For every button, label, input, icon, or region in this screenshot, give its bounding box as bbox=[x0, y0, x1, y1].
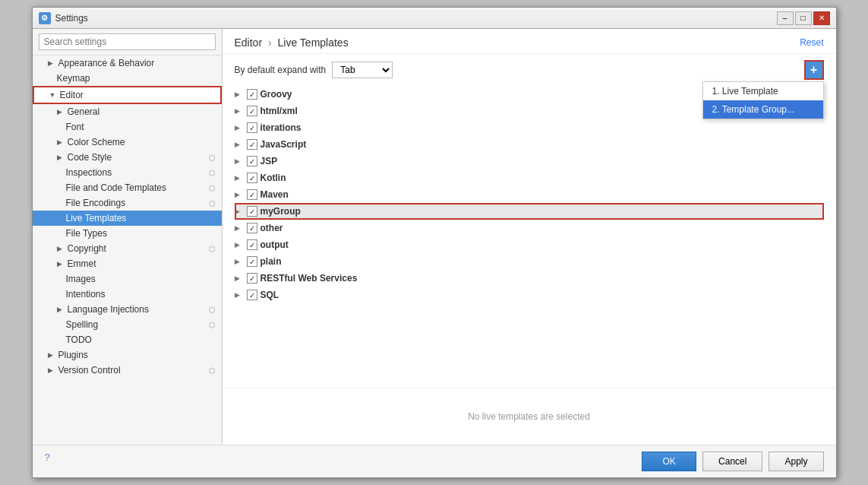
expand-select[interactable]: Tab Enter Space bbox=[332, 62, 393, 78]
template-row[interactable]: ▶ plain bbox=[235, 253, 824, 270]
sidebar-item-file-and-code[interactable]: File and Code Templates ⬡ bbox=[33, 180, 222, 195]
sidebar-item-code-style[interactable]: ▶ Code Style ⬡ bbox=[33, 150, 222, 165]
help-icon[interactable]: ? bbox=[45, 452, 50, 471]
expand-arrow: ▶ bbox=[57, 108, 65, 116]
template-checkbox[interactable] bbox=[247, 106, 257, 116]
template-checkbox[interactable] bbox=[247, 239, 257, 250]
expand-arrow: ▶ bbox=[57, 306, 65, 313]
expand-label: By default expand with bbox=[235, 65, 327, 75]
sidebar-item-keymap[interactable]: Keymap bbox=[33, 71, 222, 86]
template-row[interactable]: ▶ other bbox=[235, 220, 824, 236]
expand-arrow: ▶ bbox=[235, 124, 244, 132]
sidebar-item-label: Keymap bbox=[57, 73, 90, 84]
template-checkbox[interactable] bbox=[247, 189, 257, 200]
expand-arrow: ▶ bbox=[57, 154, 65, 161]
template-checkbox[interactable] bbox=[247, 223, 257, 233]
external-icon: ⬡ bbox=[209, 321, 216, 329]
sidebar-item-todo[interactable]: TODO bbox=[33, 332, 222, 347]
template-checkbox[interactable] bbox=[247, 156, 257, 166]
window-title: Settings bbox=[55, 13, 88, 24]
dropdown-item-template-group[interactable]: 2. Template Group... bbox=[703, 100, 823, 119]
sidebar-item-label: Intentions bbox=[66, 289, 106, 300]
reset-button[interactable]: Reset bbox=[800, 37, 823, 48]
dropdown-label: 2. Template Group... bbox=[712, 104, 795, 115]
template-row[interactable]: ▶ SQL bbox=[235, 287, 824, 303]
content-area: ▶ Appearance & Behavior Keymap ▼ Editor … bbox=[33, 29, 836, 445]
sidebar-item-file-types[interactable]: File Types bbox=[33, 226, 222, 241]
template-row[interactable]: ▶ JSP bbox=[235, 153, 824, 170]
close-button[interactable]: ✕ bbox=[813, 11, 830, 25]
sidebar-item-label: File Types bbox=[66, 228, 107, 239]
template-row[interactable]: ▶ JavaScript bbox=[235, 136, 824, 153]
template-row-mygroup[interactable]: ▶ myGroup bbox=[235, 203, 824, 220]
template-name: iterations bbox=[260, 122, 301, 133]
sidebar-item-images[interactable]: Images bbox=[33, 271, 222, 287]
template-row[interactable]: ▶ output bbox=[235, 236, 824, 253]
sidebar-item-plugins[interactable]: ▶ Plugins bbox=[33, 347, 222, 363]
maximize-button[interactable]: □ bbox=[795, 11, 812, 25]
external-icon: ⬡ bbox=[209, 245, 216, 253]
template-checkbox[interactable] bbox=[247, 122, 257, 133]
template-checkbox[interactable] bbox=[247, 89, 257, 100]
template-checkbox[interactable] bbox=[247, 273, 257, 284]
sidebar-item-color-scheme[interactable]: ▶ Color Scheme bbox=[33, 135, 222, 150]
sidebar-item-intentions[interactable]: Intentions bbox=[33, 287, 222, 302]
template-checkbox[interactable] bbox=[247, 290, 257, 300]
template-name: JavaScript bbox=[260, 139, 307, 150]
add-button[interactable]: + bbox=[804, 60, 824, 80]
template-name: RESTful Web Services bbox=[260, 273, 358, 284]
template-checkbox[interactable] bbox=[247, 256, 257, 267]
expand-arrow: ▶ bbox=[48, 351, 55, 359]
sidebar-item-copyright[interactable]: ▶ Copyright ⬡ bbox=[33, 241, 222, 256]
sidebar-item-label: Color Scheme bbox=[68, 137, 125, 147]
expand-arrow: ▶ bbox=[57, 260, 65, 268]
sidebar-item-emmet[interactable]: ▶ Emmet bbox=[33, 256, 222, 271]
sidebar-item-general[interactable]: ▶ General bbox=[33, 104, 222, 119]
template-checkbox[interactable] bbox=[247, 206, 257, 217]
breadcrumb-root: Editor bbox=[235, 36, 263, 49]
sidebar-item-label: Images bbox=[66, 274, 96, 284]
ok-button[interactable]: OK bbox=[642, 452, 696, 471]
sidebar-item-inspections[interactable]: Inspections ⬡ bbox=[33, 165, 222, 180]
expand-arrow: ▶ bbox=[235, 90, 244, 98]
expand-arrow: ▶ bbox=[235, 291, 244, 299]
expand-arrow: ▶ bbox=[57, 245, 65, 252]
apply-button[interactable]: Apply bbox=[769, 452, 823, 471]
dropdown-item-live-template[interactable]: 1. Live Template bbox=[703, 82, 823, 100]
sidebar-item-live-templates[interactable]: Live Templates bbox=[33, 211, 222, 226]
external-icon: ⬡ bbox=[209, 169, 216, 177]
external-icon: ⬡ bbox=[209, 306, 216, 314]
template-row[interactable]: ▶ iterations bbox=[235, 119, 824, 136]
sidebar-item-version-control[interactable]: ▶ Version Control ⬡ bbox=[33, 363, 222, 378]
sidebar-item-language-injections[interactable]: ▶ Language Injections ⬡ bbox=[33, 302, 222, 317]
title-bar: ⚙ Settings – □ ✕ bbox=[33, 8, 836, 29]
template-row[interactable]: ▶ RESTful Web Services bbox=[235, 270, 824, 287]
cancel-button[interactable]: Cancel bbox=[702, 452, 762, 471]
window-controls: – □ ✕ bbox=[777, 11, 830, 25]
search-box bbox=[33, 29, 222, 55]
sidebar-item-label: Copyright bbox=[68, 243, 106, 254]
sidebar-item-label: Inspections bbox=[66, 167, 112, 178]
template-checkbox[interactable] bbox=[247, 139, 257, 150]
no-selection-text: No live templates are selected bbox=[468, 411, 590, 422]
template-row[interactable]: ▶ Kotlin bbox=[235, 170, 824, 186]
expand-arrow: ▶ bbox=[235, 107, 244, 115]
sidebar-item-label: Code Style bbox=[68, 152, 112, 163]
template-name: output bbox=[260, 239, 289, 250]
sidebar-item-appearance[interactable]: ▶ Appearance & Behavior bbox=[33, 55, 222, 71]
window-icon: ⚙ bbox=[39, 12, 51, 24]
title-bar-left: ⚙ Settings bbox=[39, 12, 88, 24]
template-checkbox[interactable] bbox=[247, 173, 257, 183]
sidebar-item-file-encodings[interactable]: File Encodings ⬡ bbox=[33, 195, 222, 211]
template-name: Kotlin bbox=[260, 173, 286, 183]
search-input[interactable] bbox=[39, 33, 216, 50]
main-header: Editor › Live Templates Reset bbox=[223, 29, 836, 54]
template-row[interactable]: ▶ Maven bbox=[235, 186, 824, 203]
add-dropdown-menu: 1. Live Template 2. Template Group... bbox=[702, 81, 824, 119]
sidebar-item-spelling[interactable]: Spelling ⬡ bbox=[33, 317, 222, 332]
external-icon: ⬡ bbox=[209, 366, 216, 375]
sidebar-item-font[interactable]: Font bbox=[33, 119, 222, 135]
minimize-button[interactable]: – bbox=[777, 11, 794, 25]
toolbar: By default expand with Tab Enter Space +… bbox=[223, 54, 836, 86]
sidebar-item-editor[interactable]: ▼ Editor bbox=[33, 86, 222, 104]
